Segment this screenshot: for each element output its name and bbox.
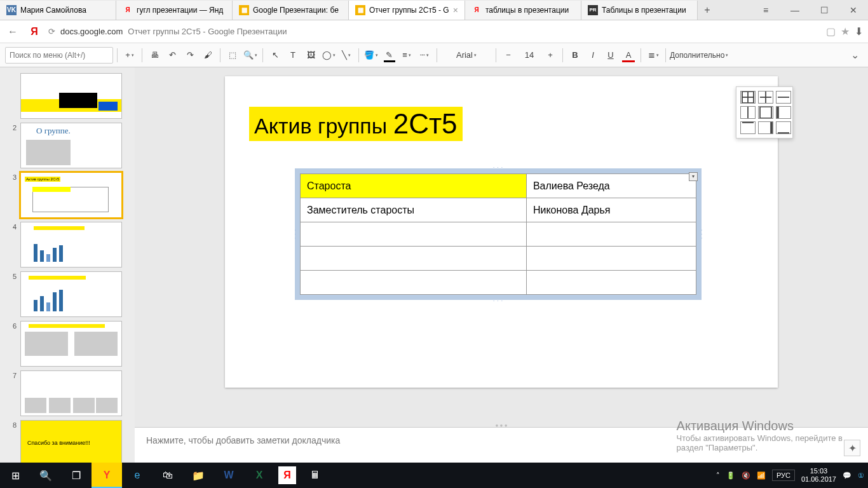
wifi-icon[interactable]: 📶 bbox=[757, 471, 766, 480]
browser-tab[interactable]: Я гугл презентации — Янд bbox=[116, 1, 233, 20]
browser-tab[interactable]: ▦ Google Презентации: бе bbox=[233, 1, 349, 20]
table-handle-dots[interactable]: · · · bbox=[292, 229, 298, 239]
notifications-icon[interactable]: 💬 bbox=[843, 471, 851, 480]
slide-thumb[interactable] bbox=[20, 370, 122, 416]
shape-button[interactable]: ◯ bbox=[320, 47, 337, 64]
align-button[interactable]: ≣ bbox=[645, 47, 661, 64]
border-bottom-icon[interactable] bbox=[776, 121, 791, 134]
border-color-button[interactable]: ✎ bbox=[381, 47, 397, 64]
underline-button[interactable]: U bbox=[602, 47, 619, 64]
undo-button[interactable]: ↶ bbox=[164, 47, 180, 64]
table-cell[interactable]: Валиева Резеда bbox=[526, 174, 696, 198]
border-vertical-icon[interactable] bbox=[740, 106, 756, 119]
border-left-icon[interactable] bbox=[776, 106, 791, 119]
slide-thumb-selected[interactable]: Актив группы 2Ст5 bbox=[20, 172, 122, 218]
canvas-scroll[interactable]: Актив группы 2Ст5 · · · · · · · · · · · … bbox=[135, 67, 868, 423]
start-button[interactable]: ⊞ bbox=[0, 463, 31, 488]
word-taskbar-icon[interactable]: W bbox=[214, 463, 244, 488]
zoom-button[interactable]: 🔍 bbox=[242, 47, 259, 64]
table-cell[interactable] bbox=[301, 247, 527, 271]
table-cell[interactable] bbox=[526, 247, 696, 271]
font-size-decrease[interactable]: − bbox=[500, 47, 517, 64]
font-size-field[interactable]: 14 bbox=[518, 47, 541, 64]
back-button[interactable]: ← bbox=[5, 24, 20, 39]
slide-thumb[interactable] bbox=[20, 321, 122, 367]
explorer-taskbar-icon[interactable]: 📁 bbox=[183, 463, 214, 488]
clock[interactable]: 15:03 01.06.2017 bbox=[801, 467, 836, 484]
search-button[interactable]: 🔍 bbox=[31, 463, 61, 488]
overflow-chevron-icon[interactable]: ⌄ bbox=[846, 49, 863, 61]
volume-icon[interactable]: 🔇 bbox=[742, 471, 750, 480]
table-cell[interactable]: Никонова Дарья bbox=[526, 198, 696, 222]
new-slide-button[interactable]: + bbox=[121, 47, 138, 64]
font-size-increase[interactable]: + bbox=[542, 47, 559, 64]
slide-thumb[interactable] bbox=[20, 271, 122, 317]
maximize-button[interactable]: ☐ bbox=[810, 0, 839, 20]
browser-tab[interactable]: Я таблицы в презентации bbox=[465, 1, 581, 20]
border-inner-icon[interactable] bbox=[758, 91, 773, 104]
table-handle-dots[interactable]: · · · bbox=[698, 229, 704, 239]
table-handle-dots[interactable]: · · · bbox=[493, 298, 503, 304]
edge-taskbar-icon[interactable]: e bbox=[122, 463, 153, 488]
border-outer-icon[interactable] bbox=[758, 106, 773, 119]
table-handle-dots[interactable]: · · · bbox=[493, 165, 503, 170]
print-button[interactable]: 🖶 bbox=[146, 47, 163, 64]
text-color-button[interactable]: A bbox=[620, 47, 637, 64]
slide-title[interactable]: Актив группы 2Ст5 bbox=[249, 107, 463, 141]
zoom-fit-button[interactable]: ⬚ bbox=[224, 47, 241, 64]
paint-format-button[interactable]: 🖌 bbox=[200, 47, 216, 64]
hamburger-icon[interactable]: ≡ bbox=[751, 0, 780, 20]
bookmark-icon[interactable]: ★ bbox=[841, 25, 850, 37]
textbox-button[interactable]: T bbox=[285, 47, 301, 64]
slide-canvas[interactable]: Актив группы 2Ст5 · · · · · · · · · · · … bbox=[225, 76, 778, 388]
store-taskbar-icon[interactable]: 🛍 bbox=[153, 463, 183, 488]
slide-thumb[interactable]: Спасибо за внимание!!! bbox=[20, 420, 122, 463]
browser-tab[interactable]: PR Таблицы в презентации bbox=[581, 1, 698, 20]
close-tab-icon[interactable]: × bbox=[453, 5, 458, 15]
bold-button[interactable]: B bbox=[567, 47, 583, 64]
slide-thumb[interactable]: О группе. bbox=[20, 123, 122, 168]
border-right-icon[interactable] bbox=[758, 121, 773, 134]
explore-button[interactable]: ✦ bbox=[844, 440, 860, 456]
new-tab-button[interactable]: + bbox=[698, 4, 717, 16]
download-icon[interactable]: ⬇ bbox=[855, 25, 863, 37]
table-cell[interactable] bbox=[301, 271, 527, 295]
menu-search-input[interactable] bbox=[5, 47, 113, 64]
battery-icon[interactable]: 🔋 bbox=[726, 471, 735, 480]
calculator-taskbar-icon[interactable]: 🖩 bbox=[300, 463, 330, 488]
language-indicator[interactable]: РУС bbox=[772, 470, 795, 481]
browser-tab[interactable]: VK Мария Самойлова bbox=[0, 1, 116, 20]
fill-color-button[interactable]: 🪣 bbox=[363, 47, 379, 64]
slide-table-wrapper[interactable]: · · · · · · · · · · · · ▾ СтаростаВалиев… bbox=[295, 168, 702, 300]
browser-tab-active[interactable]: ▦ Отчет группы 2Ст5 - G × bbox=[349, 1, 465, 20]
slide-thumb[interactable] bbox=[20, 73, 122, 119]
slide-thumb[interactable] bbox=[20, 222, 122, 268]
border-all-icon[interactable] bbox=[740, 91, 756, 104]
table-menu-icon[interactable]: ▾ bbox=[689, 172, 698, 181]
image-button[interactable]: 🖼 bbox=[302, 47, 319, 64]
address-field[interactable]: ⟳ docs.google.com Отчет группы 2Ст5 - Go… bbox=[48, 27, 820, 36]
table-cell[interactable] bbox=[301, 222, 527, 247]
shield-icon[interactable]: ▢ bbox=[826, 25, 836, 37]
font-family-dropdown[interactable]: Arial bbox=[441, 47, 492, 64]
yandex-home-button[interactable]: Я bbox=[27, 24, 42, 39]
border-weight-button[interactable]: ≡ bbox=[398, 47, 415, 64]
network-status-icon[interactable]: ① bbox=[858, 471, 864, 480]
select-tool-button[interactable]: ↖ bbox=[267, 47, 283, 64]
table-cell[interactable] bbox=[526, 271, 696, 295]
table-selection[interactable]: · · · · · · · · · · · · ▾ СтаростаВалиев… bbox=[295, 168, 702, 300]
yandex-taskbar-icon[interactable]: Я bbox=[278, 466, 296, 484]
minimize-button[interactable]: — bbox=[780, 0, 810, 20]
close-window-button[interactable]: ✕ bbox=[839, 0, 868, 20]
italic-button[interactable]: I bbox=[585, 47, 601, 64]
table-cell[interactable]: Староста bbox=[301, 174, 527, 198]
tray-chevron-icon[interactable]: ˄ bbox=[716, 471, 720, 480]
task-view-button[interactable]: ❐ bbox=[61, 463, 92, 488]
border-dash-button[interactable]: ┄ bbox=[416, 47, 433, 64]
border-top-icon[interactable] bbox=[740, 121, 756, 134]
border-horizontal-icon[interactable] bbox=[776, 91, 791, 104]
redo-button[interactable]: ↷ bbox=[182, 47, 198, 64]
table-border-popup[interactable] bbox=[736, 86, 793, 139]
yandex-browser-taskbar-icon[interactable]: Y bbox=[92, 463, 122, 488]
slide-table[interactable]: СтаростаВалиева Резеда Заместитель старо… bbox=[300, 173, 696, 295]
